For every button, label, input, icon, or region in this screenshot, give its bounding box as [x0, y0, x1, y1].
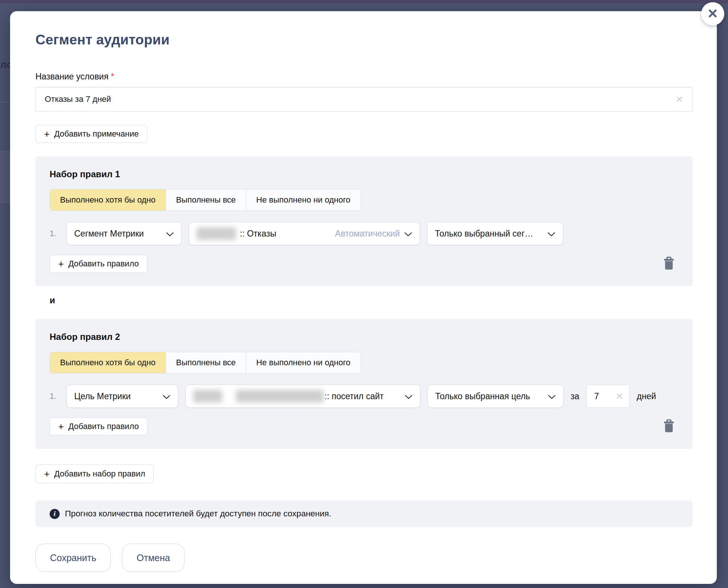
delete-rule-set-button[interactable]	[662, 255, 676, 273]
toggle-none-fulfilled[interactable]: Не выполнено ни одного	[246, 190, 360, 210]
rule-set-2-title: Набор правил 2	[50, 332, 678, 342]
toggle-any-fulfilled[interactable]: Выполнено хотя бы одно	[50, 352, 166, 373]
toggle-all-fulfilled[interactable]: Выполнены все	[166, 190, 246, 210]
add-note-button[interactable]: + Добавить примечание	[35, 125, 147, 143]
rule-set-1-match-toggle: Выполнено хотя бы одно Выполнены все Не …	[50, 189, 361, 211]
add-rule-set-button[interactable]: + Добавить набор правил	[35, 465, 154, 483]
chevron-down-icon	[166, 229, 174, 239]
browser-top-strip	[0, 0, 728, 3]
required-mark: *	[111, 72, 114, 81]
dialog-actions: Сохранить Отмена	[35, 544, 693, 572]
redacted-goal-owner	[193, 390, 222, 403]
redacted-goal-name	[236, 390, 324, 403]
background-section	[0, 151, 10, 204]
audience-segment-dialog: Сегмент аудитории Название условия * Отк…	[10, 11, 717, 584]
rule-sets-connector: и	[50, 295, 693, 306]
dialog-title: Сегмент аудитории	[35, 32, 693, 48]
rule-row: 1. Сегмент Метрики :: Отказы Автоматичес…	[50, 222, 678, 245]
plus-icon: +	[44, 469, 50, 479]
cancel-button[interactable]: Отмена	[122, 544, 185, 572]
rule-index: 1.	[50, 229, 59, 238]
condition-name-input[interactable]: Отказы за 7 дней ✕	[35, 87, 693, 112]
condition-name-value: Отказы за 7 дней	[45, 94, 675, 104]
rule-index: 1.	[50, 391, 59, 401]
rule-set-footer: + Добавить правило	[50, 417, 678, 435]
toggle-all-fulfilled[interactable]: Выполнены все	[166, 352, 246, 373]
rule-row: 1. Цель Метрики :: посетил сайт Только в…	[50, 385, 678, 408]
add-rule-button[interactable]: + Добавить правило	[50, 255, 147, 273]
value-mode-label: Автоматический	[335, 229, 400, 239]
redacted-segment-name	[197, 227, 236, 240]
toggle-any-fulfilled[interactable]: Выполнено хотя бы одно	[50, 190, 166, 210]
rule-set-2-match-toggle: Выполнено хотя бы одно Выполнены все Не …	[50, 352, 361, 373]
condition-name-label: Название условия *	[35, 72, 693, 82]
rule-set-2: Набор правил 2 Выполнено хотя бы одно Вы…	[35, 319, 693, 449]
rule-set-footer: + Добавить правило	[50, 255, 678, 273]
background-divider	[0, 204, 10, 204]
add-rule-button[interactable]: + Добавить правило	[50, 417, 147, 435]
rule-set-1: Набор правил 1 Выполнено хотя бы одно Вы…	[35, 156, 693, 286]
info-text: Прогноз количества посетителей будет дос…	[65, 509, 331, 519]
rule-scope-select[interactable]: Только выбранная цель	[427, 385, 564, 408]
period-suffix-label: дней	[637, 391, 656, 401]
delete-rule-set-button[interactable]	[662, 418, 676, 435]
close-icon	[707, 8, 718, 20]
rule-type-select[interactable]: Сегмент Метрики	[66, 222, 182, 245]
plus-icon: +	[58, 422, 64, 431]
chevron-down-icon	[548, 391, 556, 401]
chevron-down-icon	[163, 391, 170, 401]
save-button[interactable]: Сохранить	[35, 544, 111, 572]
chevron-down-icon	[547, 229, 555, 239]
toggle-none-fulfilled[interactable]: Не выполнено ни одного	[246, 352, 360, 373]
chevron-down-icon	[405, 391, 412, 401]
chevron-down-icon	[404, 229, 412, 239]
rule-value-select[interactable]: :: посетил сайт	[185, 385, 420, 408]
rule-value-select[interactable]: :: Отказы Автоматический	[189, 222, 420, 245]
info-banner: i Прогноз количества посетителей будет д…	[35, 500, 693, 527]
period-days-input[interactable]: 7 ✕	[586, 385, 630, 408]
clear-input-icon[interactable]: ✕	[615, 392, 623, 401]
info-icon: i	[50, 509, 60, 519]
plus-icon: +	[58, 259, 64, 269]
trash-icon	[663, 266, 675, 271]
rule-set-1-title: Набор правил 1	[50, 169, 678, 179]
trash-icon	[663, 428, 675, 434]
rule-scope-select[interactable]: Только выбранный сег…	[427, 222, 563, 245]
plus-icon: +	[44, 129, 50, 139]
period-prefix-label: за	[571, 391, 579, 401]
rule-type-select[interactable]: Цель Метрики	[66, 385, 178, 408]
clear-input-icon[interactable]: ✕	[675, 95, 683, 104]
background-divider	[0, 102, 10, 102]
close-button[interactable]	[701, 2, 724, 25]
